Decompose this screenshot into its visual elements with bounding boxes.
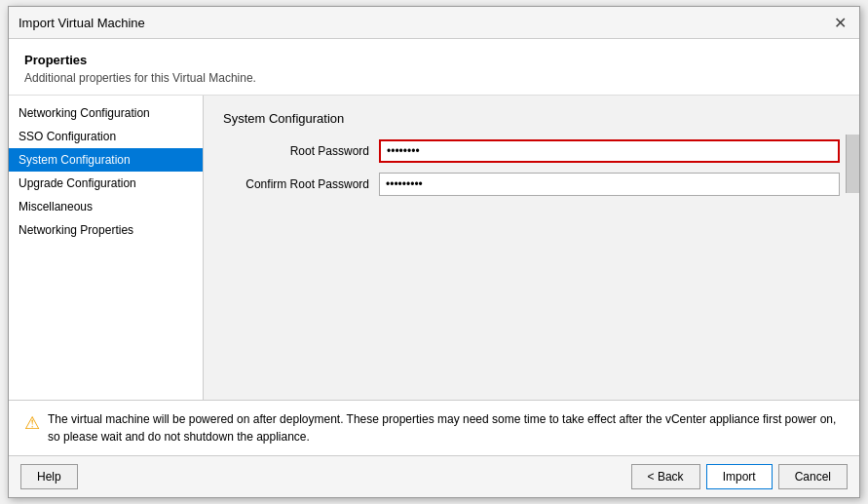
confirm-root-password-input[interactable]: [379, 173, 840, 196]
content-area: Networking ConfigurationSSO Configuratio…: [9, 96, 859, 400]
scrollbar[interactable]: [846, 135, 859, 193]
title-bar: Import Virtual Machine ✕: [9, 7, 859, 39]
confirm-root-password-label: Confirm Root Password: [223, 177, 379, 191]
header-subtitle: Additional properties for this Virtual M…: [24, 71, 844, 85]
header-title: Properties: [24, 53, 844, 67]
cancel-button[interactable]: Cancel: [778, 464, 848, 489]
help-button[interactable]: Help: [20, 464, 78, 489]
sidebar-item-miscellaneous[interactable]: Miscellaneous: [9, 195, 203, 218]
main-panel: System Configuration Root Password Confi…: [204, 96, 859, 400]
dialog: Import Virtual Machine ✕ Properties Addi…: [8, 6, 860, 498]
sidebar-item-networking-props[interactable]: Networking Properties: [9, 218, 203, 242]
back-button[interactable]: < Back: [631, 464, 700, 489]
sidebar: Networking ConfigurationSSO Configuratio…: [9, 96, 204, 400]
footer-text: The virtual machine will be powered on a…: [48, 410, 844, 446]
section-title: System Configuration: [223, 111, 840, 126]
sidebar-item-system-config[interactable]: System Configuration: [9, 148, 203, 172]
root-password-label: Root Password: [223, 144, 379, 158]
confirm-root-password-row: Confirm Root Password: [223, 173, 840, 196]
sidebar-item-upgrade-config[interactable]: Upgrade Configuration: [9, 172, 203, 195]
close-button[interactable]: ✕: [830, 13, 849, 32]
button-bar: Help < Back Import Cancel: [9, 455, 859, 497]
root-password-input[interactable]: [379, 139, 840, 163]
root-password-row: Root Password: [223, 139, 840, 163]
footer-notice: ⚠ The virtual machine will be powered on…: [9, 400, 859, 455]
header-section: Properties Additional properties for thi…: [9, 39, 859, 96]
sidebar-item-sso-config[interactable]: SSO Configuration: [9, 125, 203, 148]
import-button[interactable]: Import: [706, 464, 773, 489]
warning-icon: ⚠: [24, 412, 40, 434]
sidebar-item-networking-config[interactable]: Networking Configuration: [9, 101, 203, 125]
dialog-title: Import Virtual Machine: [19, 16, 145, 30]
nav-buttons: < Back Import Cancel: [631, 464, 848, 489]
